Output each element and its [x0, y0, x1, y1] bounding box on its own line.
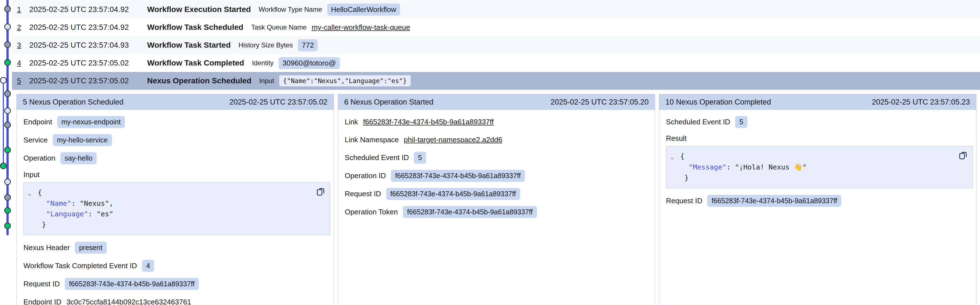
code-line: "Language": "es": [28, 209, 325, 220]
panel-timestamp: 2025-02-25 UTC 23:57:05.02: [229, 98, 327, 106]
event-dot-green: [5, 60, 11, 65]
event-dot-gray: [5, 91, 11, 97]
json-text: : "Nexus",: [71, 199, 113, 207]
json-text: {: [680, 152, 684, 160]
event-id-link[interactable]: 5: [17, 77, 29, 85]
field-link[interactable]: f665283f-743e-4374-b45b-9a61a89337ff: [363, 118, 494, 126]
event-dot-gray: [5, 194, 11, 201]
event-dot-gray: [5, 6, 11, 12]
panel-header: 6 Nexus Operation Started2025-02-25 UTC …: [338, 94, 655, 110]
event-row-1[interactable]: 12025-02-25 UTC 23:57:04.92Workflow Exec…: [12, 0, 980, 18]
field-link[interactable]: phil-target-namespace2.a2dd6: [404, 136, 502, 144]
json-text: }: [38, 221, 46, 229]
field-label: Scheduled Event ID: [666, 118, 730, 126]
json-text: [680, 163, 689, 171]
event-row-3[interactable]: 32025-02-25 UTC 23:57:04.93Workflow Task…: [12, 36, 980, 54]
detail-field: Linkf665283f-743e-4374-b45b-9a61a89337ff: [345, 116, 652, 128]
event-attr-label: Input: [259, 77, 274, 85]
field-label: Request ID: [24, 280, 60, 288]
event-attr-link[interactable]: my-caller-workflow-task-queue: [312, 23, 410, 32]
field-link[interactable]: 3c0c75ccfa8144b092c13ce632463761: [67, 298, 191, 305]
json-text: : "es": [88, 210, 113, 218]
panel-title: 5 Nexus Operation Scheduled: [23, 98, 123, 106]
field-label: Scheduled Event ID: [345, 153, 409, 162]
event-attr-badge: 30960@totoro@: [278, 57, 340, 69]
collapse-chevron-icon[interactable]: ⌄: [670, 152, 680, 162]
event-attr-label: Identity: [252, 59, 273, 67]
event-name: Workflow Task Started: [147, 41, 231, 50]
collapse-chevron-icon[interactable]: ⌄: [28, 188, 38, 198]
detail-field: Endpointmy-nexus-endpoint: [24, 116, 330, 128]
field-badge: f665283f-743e-4374-b45b-9a61a89337ff: [65, 278, 199, 290]
panel-header: 10 Nexus Operation Completed2025-02-25 U…: [659, 94, 976, 110]
code-line: ⌄{: [28, 187, 325, 198]
event-history-table: 12025-02-25 UTC 23:57:04.92Workflow Exec…: [12, 0, 980, 90]
detail-field: Operationsay-hello: [24, 152, 330, 164]
field-badge: 5: [414, 152, 426, 164]
event-attr-label: Workflow Type Name: [259, 6, 322, 13]
detail-field: Link Namespacephil-target-namespace2.a2d…: [345, 134, 652, 145]
event-id-link[interactable]: 1: [17, 5, 29, 14]
field-label: Request ID: [345, 190, 381, 198]
detail-field: Request IDf665283f-743e-4374-b45b-9a61a8…: [345, 188, 652, 200]
panel-timestamp: 2025-02-25 UTC 23:57:05.23: [872, 98, 970, 106]
field-code: Input⌄{ "Name": "Nexus", "Language": "es…: [24, 170, 330, 235]
detail-field: Nexus Headerpresent: [24, 242, 330, 254]
json-code-viewer: ⌄{ "Name": "Nexus", "Language": "es" }: [24, 182, 330, 235]
event-dot-gray: [5, 122, 11, 128]
panel-title: 6 Nexus Operation Started: [344, 98, 434, 106]
event-detail-panel: 6 Nexus Operation Started2025-02-25 UTC …: [338, 94, 655, 305]
event-timestamp: 2025-02-25 UTC 23:57:05.02: [29, 59, 147, 68]
field-label: Request ID: [666, 196, 702, 205]
detail-field: Scheduled Event ID5: [345, 152, 652, 164]
field-badge: my-hello-service: [53, 134, 112, 146]
event-dot-light: [5, 108, 11, 114]
json-text: }: [680, 174, 689, 182]
event-row-2[interactable]: 22025-02-25 UTC 23:57:04.92Workflow Task…: [12, 18, 980, 36]
event-dot-green: [5, 147, 11, 153]
event-detail-panel: 10 Nexus Operation Completed2025-02-25 U…: [659, 94, 976, 305]
panel-timestamp: 2025-02-25 UTC 23:57:05.20: [550, 98, 649, 106]
event-timestamp: 2025-02-25 UTC 23:57:04.93: [29, 41, 147, 50]
event-id-link[interactable]: 2: [17, 23, 29, 32]
panel-body: Endpointmy-nexus-endpointServicemy-hello…: [17, 110, 334, 305]
event-timestamp: 2025-02-25 UTC 23:57:04.92: [29, 5, 147, 14]
json-text: : "¡Hola! Nexus 👋": [727, 163, 807, 171]
code-line: }: [670, 172, 967, 183]
field-label: Result: [666, 134, 687, 142]
event-row-4[interactable]: 42025-02-25 UTC 23:57:05.02Workflow Task…: [12, 54, 980, 72]
json-text: [38, 210, 46, 218]
copy-button[interactable]: [315, 186, 326, 196]
code-line: }: [28, 220, 325, 230]
field-code: Result⌄{ "Message": "¡Hola! Nexus 👋" }: [666, 134, 973, 188]
detail-field: Scheduled Event ID5: [666, 116, 973, 128]
event-row-5[interactable]: 52025-02-25 UTC 23:57:05.02Nexus Operati…: [12, 72, 980, 90]
field-label: Nexus Header: [24, 243, 70, 252]
event-dot-green: [5, 223, 11, 229]
event-dot-gray: [5, 42, 11, 48]
json-key: "Name": [46, 199, 71, 207]
field-badge: f665283f-743e-4374-b45b-9a61a89337ff: [707, 195, 841, 207]
event-id-link[interactable]: 4: [17, 59, 29, 68]
detail-field: Endpoint ID3c0c75ccfa8144b092c13ce632463…: [24, 296, 330, 305]
event-attr-badge: 772: [298, 39, 318, 51]
copy-icon: [315, 186, 326, 196]
field-label: Endpoint: [24, 118, 52, 126]
field-label: Operation ID: [345, 171, 386, 180]
field-label: Endpoint ID: [24, 298, 61, 305]
event-id-link[interactable]: 3: [17, 41, 29, 50]
field-badge: f665283f-743e-4374-b45b-9a61a89337ff: [403, 206, 537, 218]
panel-body: Scheduled Event ID5Result⌄{ "Message": "…: [659, 110, 976, 213]
copy-button[interactable]: [958, 150, 968, 160]
json-key: "Language": [46, 210, 88, 218]
event-timestamp: 2025-02-25 UTC 23:57:04.92: [29, 23, 147, 32]
panel-title: 10 Nexus Operation Completed: [665, 98, 771, 106]
event-name: Workflow Task Completed: [147, 58, 244, 68]
field-label: Operation: [24, 154, 55, 163]
field-label: Operation Token: [345, 208, 398, 217]
json-code-viewer: ⌄{ "Message": "¡Hola! Nexus 👋" }: [666, 146, 973, 188]
detail-field: Operation IDf665283f-743e-4374-b45b-9a61…: [345, 170, 652, 182]
workflow-event-history-screen: 12025-02-25 UTC 23:57:04.92Workflow Exec…: [0, 0, 980, 305]
field-label: Link Namespace: [345, 136, 399, 144]
detail-field: Workflow Task Completed Event ID4: [24, 260, 330, 272]
